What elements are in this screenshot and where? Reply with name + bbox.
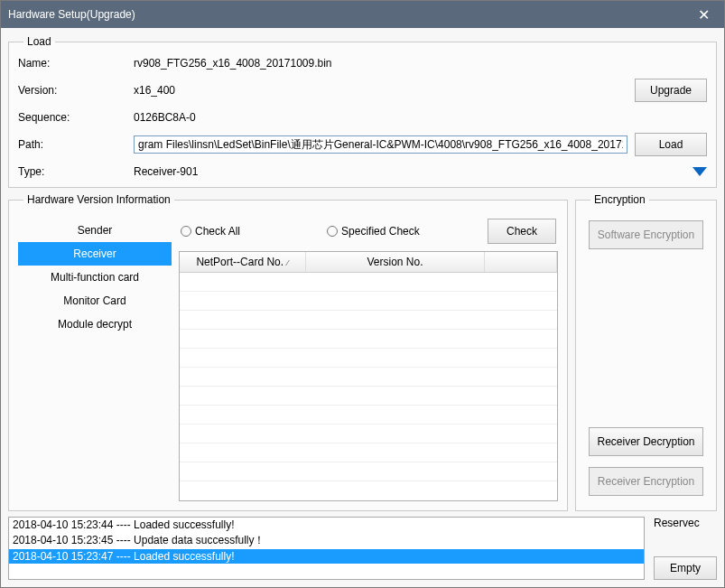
type-value: Receiver-901 (134, 165, 627, 178)
close-icon[interactable]: ✕ (690, 1, 717, 28)
table-row[interactable] (180, 368, 557, 387)
upgrade-button[interactable]: Upgrade (635, 79, 707, 102)
table-row[interactable] (180, 462, 557, 481)
check-button[interactable]: Check (488, 219, 556, 244)
encryption-legend: Encryption (590, 193, 649, 206)
sequence-label: Sequence: (18, 111, 126, 124)
load-button[interactable]: Load (635, 133, 707, 156)
table-row[interactable] (180, 443, 557, 462)
nav-item-sender[interactable]: Sender (18, 219, 172, 242)
log-line[interactable]: 2018-04-10 15:23:45 ---- Update data suc… (9, 532, 644, 549)
specified-check-radio[interactable]: Specified Check (327, 225, 420, 238)
name-label: Name: (18, 57, 126, 70)
table-row[interactable] (180, 273, 557, 292)
load-group: Load Name: rv908_FTG256_x16_4008_2017100… (8, 35, 717, 188)
table-body[interactable] (180, 273, 557, 500)
load-legend: Load (23, 35, 55, 48)
version-value: x16_400 (134, 84, 627, 97)
table-row[interactable] (180, 330, 557, 349)
nav-item-multi-function-card[interactable]: Multi-function card (18, 266, 172, 289)
receiver-encryption-button[interactable]: Receiver Encryption (589, 467, 703, 496)
chevron-down-icon[interactable] (692, 167, 707, 176)
col-version[interactable]: Version No. (306, 252, 485, 272)
table-row[interactable] (180, 387, 557, 406)
hw-nav: SenderReceiverMulti-function cardMonitor… (18, 215, 172, 501)
table-row[interactable] (180, 311, 557, 330)
hw-version-legend: Hardware Version Information (23, 193, 174, 206)
sequence-value: 0126BC8A-0 (134, 111, 627, 124)
type-label: Type: (18, 165, 126, 178)
table-row[interactable] (180, 349, 557, 368)
check-all-radio[interactable]: Check All (181, 225, 240, 238)
receiver-decryption-button[interactable]: Receiver Decryption (589, 427, 703, 456)
table-row[interactable] (180, 292, 557, 311)
window-body: Load Name: rv908_FTG256_x16_4008_2017100… (1, 28, 724, 587)
nav-item-receiver[interactable]: Receiver (18, 242, 172, 266)
nav-item-module-decrypt[interactable]: Module decrypt (18, 313, 172, 336)
software-encryption-button[interactable]: Software Encryption (589, 220, 703, 249)
encryption-group: Encryption Software Encryption Receiver … (575, 193, 717, 511)
titlebar: Hardware Setup(Upgrade) ✕ (1, 1, 724, 28)
reserve-label: Reservec (654, 517, 717, 529)
col-netport[interactable]: NetPort--Card No.∕ (180, 252, 306, 272)
col-blank (485, 252, 557, 272)
table-row[interactable] (180, 425, 557, 443)
nav-item-monitor-card[interactable]: Monitor Card (18, 289, 172, 313)
empty-button[interactable]: Empty (654, 556, 717, 580)
path-label: Path: (18, 138, 126, 151)
hw-version-group: Hardware Version Information SenderRecei… (8, 193, 568, 511)
name-value: rv908_FTG256_x16_4008_20171009.bin (134, 57, 627, 70)
hardware-setup-window: Hardware Setup(Upgrade) ✕ Load Name: rv9… (0, 0, 725, 588)
table-row[interactable] (180, 406, 557, 425)
version-label: Version: (18, 84, 126, 97)
log-box[interactable]: 2018-04-10 15:23:44 ---- Loaded successf… (8, 517, 645, 580)
log-line[interactable]: 2018-04-10 15:23:47 ---- Loaded successf… (9, 549, 644, 564)
window-title: Hardware Setup(Upgrade) (8, 8, 690, 21)
sort-icon: ∕ (287, 258, 289, 267)
version-table: NetPort--Card No.∕ Version No. (179, 251, 558, 501)
path-input[interactable] (134, 135, 627, 154)
log-line[interactable]: 2018-04-10 15:23:44 ---- Loaded successf… (9, 518, 644, 532)
